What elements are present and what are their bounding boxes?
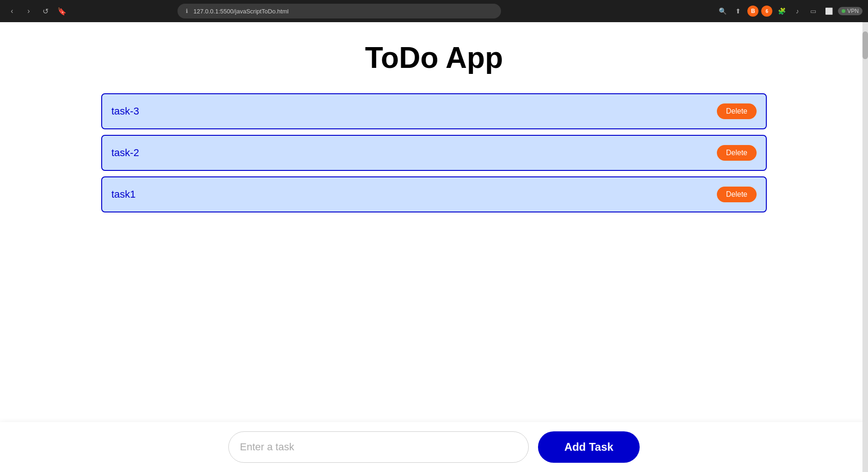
tasks-container: task-3Deletetask-2Deletetask1Delete: [97, 93, 771, 212]
page-title: ToDo App: [14, 41, 854, 75]
music-button[interactable]: ♪: [791, 5, 804, 18]
back-button[interactable]: ‹: [6, 5, 18, 18]
page-content: ToDo App task-3Deletetask-2Deletetask1De…: [0, 22, 868, 472]
zoom-button[interactable]: 🔍: [716, 5, 729, 18]
vpn-label: VPN: [847, 8, 859, 14]
brave-icon: B: [747, 6, 758, 17]
forward-button[interactable]: ›: [22, 5, 35, 18]
delete-button[interactable]: Delete: [717, 187, 757, 202]
task-label: task-2: [111, 147, 139, 159]
add-task-button[interactable]: Add Task: [538, 431, 640, 463]
reload-button[interactable]: ↺: [39, 5, 52, 18]
info-icon: ℹ: [183, 7, 190, 15]
address-bar[interactable]: ℹ 127.0.0.1:5500/javaScriptToDo.html: [177, 4, 501, 18]
scrollbar-track[interactable]: [862, 22, 868, 472]
device-button[interactable]: ▭: [807, 5, 819, 18]
browser-chrome: ‹ › ↺ 🔖 ℹ 127.0.0.1:5500/javaScriptToDo.…: [0, 0, 868, 22]
vpn-dot: [842, 9, 845, 13]
delete-button[interactable]: Delete: [717, 103, 757, 119]
url-text: 127.0.0.1:5500/javaScriptToDo.html: [193, 8, 495, 15]
task-input[interactable]: [228, 431, 529, 463]
notification-icon[interactable]: 6: [761, 6, 772, 17]
notif-count: 6: [766, 9, 769, 14]
share-button[interactable]: ⬆: [732, 5, 745, 18]
screen-button[interactable]: ⬜: [822, 5, 835, 18]
task-label: task1: [111, 188, 136, 200]
bottom-bar: Add Task: [0, 422, 868, 472]
delete-button[interactable]: Delete: [717, 145, 757, 161]
task-label: task-3: [111, 105, 139, 117]
task-item: task-3Delete: [101, 93, 767, 129]
task-item: task1Delete: [101, 176, 767, 212]
bookmark-button[interactable]: 🔖: [55, 5, 68, 18]
extensions-button[interactable]: 🧩: [775, 5, 788, 18]
scrollbar-thumb: [862, 31, 868, 59]
vpn-badge[interactable]: VPN: [838, 7, 862, 15]
browser-right-actions: 🔍 ⬆ B 6 🧩 ♪ ▭ ⬜ VPN: [716, 5, 862, 18]
task-item: task-2Delete: [101, 135, 767, 171]
